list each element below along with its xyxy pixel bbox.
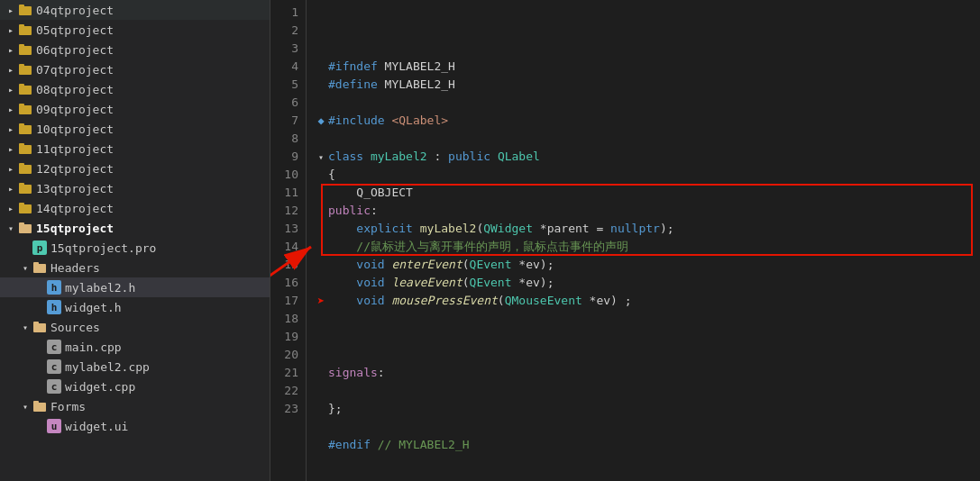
sidebar-item-label: widget.cpp xyxy=(65,380,135,394)
folder-icon xyxy=(18,3,32,17)
line-number: 12 xyxy=(274,202,298,220)
sidebar-item-09qtproject[interactable]: ▸09qtproject xyxy=(0,99,270,119)
svg-rect-21 xyxy=(19,203,24,206)
code-line-12: void enterEvent(QEvent *ev); xyxy=(314,256,973,274)
code-line-2: #define MYLABEL2_H xyxy=(314,76,973,94)
folder-icon xyxy=(18,141,32,156)
sidebar-item-label: Forms xyxy=(50,400,86,413)
sidebar-item-sources[interactable]: ▾Sources xyxy=(0,317,270,337)
svg-rect-17 xyxy=(19,163,24,167)
sidebar-item-widgetui[interactable]: uwidget.ui xyxy=(0,416,270,436)
code-line-11: //鼠标进入与离开事件的声明，鼠标点击事件的声明 xyxy=(314,238,973,256)
tree-arrow: ▸ xyxy=(4,144,18,154)
code-line-6: ▾class myLabel2 : public QLabel xyxy=(314,148,973,166)
sidebar-item-label: 10qtproject xyxy=(36,123,114,136)
line-number: 17 xyxy=(274,292,298,310)
sidebar-item-05qtproject[interactable]: ▸05qtproject xyxy=(0,20,270,40)
code-line-21 xyxy=(314,418,973,436)
sidebar-item-15qtproject-pro[interactable]: p15qtproject.pro xyxy=(0,238,270,258)
tree-arrow: ▸ xyxy=(4,164,18,174)
line-number: 8 xyxy=(274,130,298,148)
line-number: 20 xyxy=(274,346,298,364)
gutter: ▾ xyxy=(314,148,328,167)
svg-rect-1 xyxy=(19,5,24,8)
folder-icon xyxy=(18,62,32,77)
code-line-14: ➤ void mousePressEvent(QMouseEvent *ev) … xyxy=(314,292,973,310)
line-number: 13 xyxy=(274,220,298,238)
sidebar-item-label: mylabel2.cpp xyxy=(65,360,150,374)
line-number: 23 xyxy=(274,400,298,418)
sidebar-item-label: Sources xyxy=(50,321,100,334)
sidebar-item-12qtproject[interactable]: ▸12qtproject xyxy=(0,159,270,178)
folder-icon xyxy=(32,399,47,413)
folder-icon xyxy=(18,23,32,37)
sidebar-item-label: main.cpp xyxy=(65,340,122,354)
sidebar-item-label: 11qtproject xyxy=(36,142,114,156)
tree-arrow: ▾ xyxy=(4,223,18,233)
sidebar-item-label: 07qtproject xyxy=(36,63,114,77)
gutter: ◆ xyxy=(314,112,328,130)
sidebar-item-label: 12qtproject xyxy=(36,162,114,176)
folder-icon xyxy=(18,181,32,195)
code-line-19 xyxy=(314,382,973,400)
sidebar-item-label: 15qtproject.pro xyxy=(50,241,156,255)
line-number: 1 xyxy=(274,4,298,22)
sidebar-item-label: 05qtproject xyxy=(36,23,114,37)
sidebar-item-08qtproject[interactable]: ▸08qtproject xyxy=(0,79,270,99)
line-number: 2 xyxy=(274,22,298,40)
cpp-file-icon: c xyxy=(47,359,61,374)
folder-icon xyxy=(18,42,32,57)
sidebar-item-label: Headers xyxy=(50,261,100,275)
line-number: 7 xyxy=(274,112,298,130)
code-line-1: #ifndef MYLABEL2_H xyxy=(314,58,973,76)
sidebar-item-label: 04qtproject xyxy=(36,4,114,17)
sidebar-item-06qtproject[interactable]: ▸06qtproject xyxy=(0,40,270,59)
sidebar-item-widgeth[interactable]: hwidget.h xyxy=(0,297,270,317)
code-line-3 xyxy=(314,94,973,112)
sidebar-item-10qtproject[interactable]: ▸10qtproject xyxy=(0,119,270,139)
tree-arrow: ▾ xyxy=(18,263,32,273)
tree-arrow: ▸ xyxy=(4,104,18,114)
ui-file-icon: u xyxy=(47,419,61,433)
code-line-16 xyxy=(314,328,973,346)
line-number: 10 xyxy=(274,166,298,184)
sidebar-item-13qtproject[interactable]: ▸13qtproject xyxy=(0,178,270,198)
sidebar-item-label: 13qtproject xyxy=(36,182,114,195)
line-number: 9 xyxy=(274,148,298,166)
sidebar-item-mylabel2h[interactable]: hmylabel2.h xyxy=(0,277,270,297)
sidebar-item-14qtproject[interactable]: ▸14qtproject xyxy=(0,198,270,218)
svg-rect-3 xyxy=(19,24,24,28)
tree-arrow: ▸ xyxy=(4,25,18,35)
sidebar-item-headers[interactable]: ▾Headers xyxy=(0,258,270,277)
file-tree[interactable]: ▸04qtproject▸05qtproject▸06qtproject▸07q… xyxy=(0,0,270,481)
sidebar-item-15qtproject[interactable]: ▾15qtproject xyxy=(0,218,270,238)
sidebar-item-maincpp[interactable]: cmain.cpp xyxy=(0,337,270,357)
sidebar-item-04qtproject[interactable]: ▸04qtproject xyxy=(0,0,270,20)
arrow-indicator: ➤ xyxy=(317,294,325,308)
code-line-9: public: xyxy=(314,202,973,220)
svg-rect-9 xyxy=(19,84,24,87)
header-file-icon: h xyxy=(47,280,61,295)
sidebar-item-forms[interactable]: ▾Forms xyxy=(0,396,270,416)
tree-arrow: ▾ xyxy=(18,402,32,412)
code-line-20: }; xyxy=(314,400,973,418)
tree-arrow: ▸ xyxy=(4,204,18,213)
svg-rect-11 xyxy=(19,104,24,107)
tree-arrow: ▸ xyxy=(4,124,18,134)
svg-rect-29 xyxy=(33,401,39,404)
sidebar-item-label: 08qtproject xyxy=(36,83,114,96)
code-line-13: void leaveEvent(QEvent *ev); xyxy=(314,274,973,292)
folder-icon xyxy=(32,260,47,275)
pro-file-icon: p xyxy=(32,240,47,255)
sidebar-item-mylabel2cpp[interactable]: cmylabel2.cpp xyxy=(0,357,270,377)
sidebar-item-label: 14qtproject xyxy=(36,202,114,215)
line-number: 22 xyxy=(274,382,298,400)
sidebar-item-07qtproject[interactable]: ▸07qtproject xyxy=(0,59,270,79)
line-number: 11 xyxy=(274,184,298,202)
sidebar-item-label: 09qtproject xyxy=(36,103,114,116)
sidebar-item-label: 06qtproject xyxy=(36,43,114,57)
sidebar-item-widgetcpp[interactable]: cwidget.cpp xyxy=(0,377,270,396)
svg-rect-15 xyxy=(19,143,24,147)
sidebar-item-label: mylabel2.h xyxy=(65,281,135,295)
sidebar-item-11qtproject[interactable]: ▸11qtproject xyxy=(0,139,270,159)
